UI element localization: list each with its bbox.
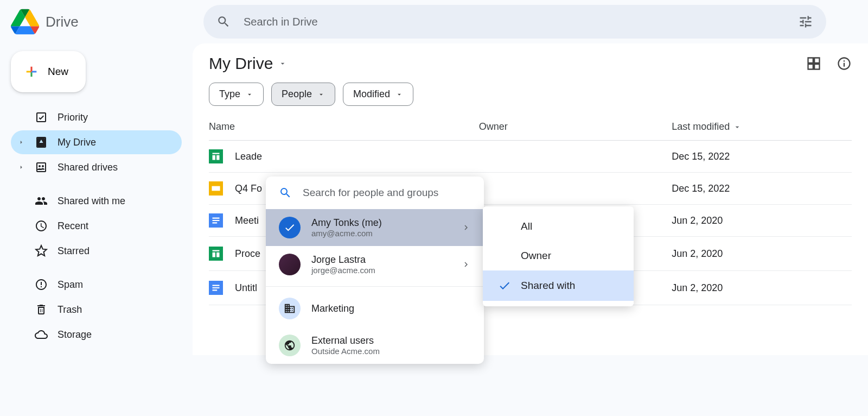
chevron-right-icon (461, 260, 471, 269)
recent-icon (35, 219, 48, 232)
cloud-icon (35, 328, 48, 341)
docs-icon (209, 213, 223, 228)
chip-label: People (282, 89, 312, 100)
info-icon[interactable] (837, 56, 852, 71)
svg-rect-5 (209, 247, 223, 261)
app-name: Drive (46, 14, 79, 30)
sidebar-item-starred[interactable]: Starred (11, 239, 182, 263)
my-drive-icon (35, 136, 48, 149)
docs-icon (209, 281, 223, 295)
people-search[interactable]: Search for people and groups (266, 177, 484, 209)
sidebar: New Priority My Drive Shared drives (0, 43, 193, 355)
filter-chip-type[interactable]: Type (209, 83, 264, 106)
caret-down-icon (246, 91, 253, 98)
avatar (279, 254, 301, 275)
svg-rect-1 (209, 149, 223, 163)
shared-drives-icon (35, 161, 48, 174)
person-email: amy@acme.com (311, 229, 450, 238)
file-name: Untitl (235, 282, 257, 294)
grid-view-icon[interactable] (806, 56, 821, 71)
sidebar-item-label: Shared with me (58, 196, 125, 207)
person-name: Amy Tonks (me) (311, 217, 450, 229)
sidebar-item-label: Trash (58, 304, 82, 316)
people-option-marketing[interactable]: Marketing (266, 290, 484, 327)
sheets-icon (209, 149, 223, 163)
globe-icon (279, 335, 301, 356)
people-option-jorge[interactable]: Jorge Lastra jorge@acme.com (266, 246, 484, 283)
filter-chip-modified[interactable]: Modified (343, 83, 413, 106)
sidebar-item-shared-drives[interactable]: Shared drives (11, 155, 182, 179)
tune-icon[interactable] (798, 14, 813, 29)
logo-area[interactable]: Drive (11, 8, 203, 36)
group-name: Marketing (311, 303, 471, 314)
submenu-label: Shared with (521, 280, 575, 292)
search-icon (279, 186, 292, 199)
people-option-external[interactable]: External users Outside Acme.com (266, 327, 484, 364)
breadcrumb[interactable]: My Drive (209, 54, 287, 73)
sidebar-item-spam[interactable]: Spam (11, 273, 182, 297)
sheets-icon (209, 247, 223, 261)
sidebar-item-shared-with-me[interactable]: Shared with me (11, 189, 182, 213)
modified-date: Jun 2, 2020 (672, 271, 852, 305)
submenu-option-all[interactable]: All (483, 212, 634, 241)
caret-down-icon (278, 59, 287, 68)
priority-icon (35, 111, 48, 124)
sort-down-icon (733, 123, 742, 131)
sidebar-item-trash[interactable]: Trash (11, 298, 182, 322)
caret-down-icon (395, 91, 403, 98)
sidebar-item-priority[interactable]: Priority (11, 105, 182, 129)
people-search-placeholder: Search for people and groups (303, 187, 438, 199)
new-button-label: New (48, 66, 68, 78)
people-dropdown: Search for people and groups Amy Tonks (… (266, 177, 484, 364)
search-icon (216, 15, 231, 29)
submenu-label: All (521, 220, 532, 232)
caret-right-icon (17, 138, 25, 146)
sidebar-item-label: Recent (58, 220, 88, 232)
chip-label: Modified (353, 89, 390, 100)
submenu-option-shared-with[interactable]: Shared with (483, 270, 634, 301)
main-panel: My Drive Type People Modified (193, 43, 868, 355)
shared-with-me-icon (35, 194, 48, 207)
file-name: Q4 Fo (235, 183, 262, 194)
sidebar-item-label: Priority (58, 112, 88, 123)
search-bar[interactable] (203, 5, 826, 39)
sidebar-item-label: Storage (58, 329, 92, 341)
sidebar-item-storage[interactable]: Storage (11, 323, 182, 346)
check-icon (498, 279, 511, 292)
slides-icon (209, 181, 223, 196)
check-avatar-icon (279, 217, 301, 238)
file-name: Proce (235, 248, 260, 260)
sidebar-item-label: Starred (58, 245, 90, 257)
file-name: Leade (235, 151, 262, 162)
col-owner[interactable]: Owner (479, 114, 672, 141)
people-submenu: All Owner Shared with (483, 206, 634, 306)
breadcrumb-label: My Drive (209, 54, 273, 73)
chevron-right-icon (461, 223, 471, 232)
sidebar-item-my-drive[interactable]: My Drive (11, 130, 182, 154)
sidebar-item-label: Shared drives (58, 162, 118, 173)
submenu-label: Owner (521, 250, 551, 262)
sidebar-item-recent[interactable]: Recent (11, 214, 182, 238)
search-input[interactable] (244, 16, 798, 28)
new-button[interactable]: New (11, 51, 86, 92)
person-email: jorge@acme.com (311, 266, 450, 275)
modified-date: Dec 15, 2022 (672, 141, 852, 173)
chip-label: Type (219, 89, 240, 100)
file-name: Meeti (235, 215, 259, 226)
modified-date: Jun 2, 2020 (672, 237, 852, 271)
spam-icon (35, 278, 48, 291)
filter-chip-people[interactable]: People (271, 83, 335, 106)
svg-rect-3 (212, 186, 220, 191)
sidebar-item-label: My Drive (58, 137, 96, 148)
col-name[interactable]: Name (209, 114, 479, 141)
plus-icon (24, 64, 39, 79)
people-option-amy[interactable]: Amy Tonks (me) amy@acme.com (266, 209, 484, 246)
col-last-modified[interactable]: Last modified (672, 114, 852, 141)
modified-date: Jun 2, 2020 (672, 205, 852, 237)
person-name: Jorge Lastra (311, 254, 450, 266)
submenu-option-owner[interactable]: Owner (483, 241, 634, 270)
group-sub: Outside Acme.com (311, 346, 471, 356)
caret-down-icon (317, 91, 325, 98)
table-row[interactable]: Leade Dec 15, 2022 (209, 141, 852, 173)
trash-icon (35, 303, 48, 316)
